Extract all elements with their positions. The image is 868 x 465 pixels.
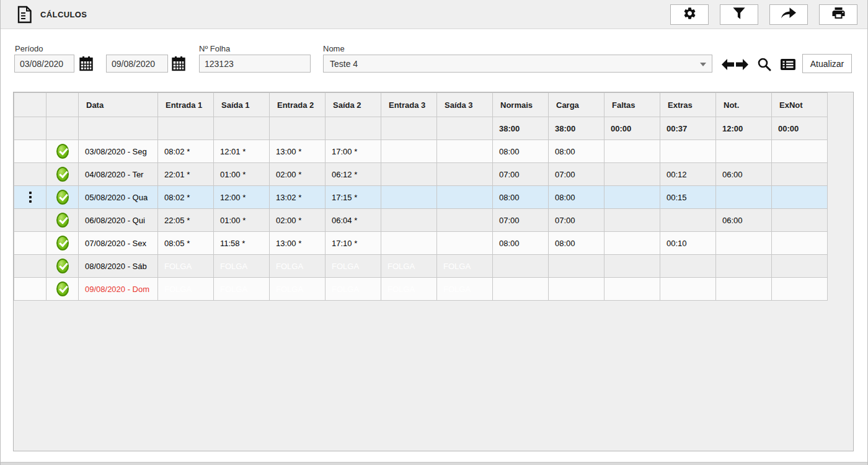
time-cell[interactable]: 06:04 * xyxy=(326,209,381,232)
date-from-input[interactable] xyxy=(14,55,74,73)
time-cell[interactable]: 02:00 * xyxy=(270,209,326,232)
time-cell[interactable]: 22:01 * xyxy=(158,163,214,186)
time-cell[interactable]: FOLGA xyxy=(158,255,214,278)
time-cell[interactable]: FOLGA xyxy=(270,278,326,301)
time-cell[interactable]: FOLGA xyxy=(381,255,437,278)
time-cell[interactable]: 17:00 * xyxy=(326,140,381,163)
calendar-from-icon[interactable] xyxy=(79,56,93,74)
time-cell[interactable]: 17:15 * xyxy=(326,186,381,209)
time-cell[interactable]: FOLGA xyxy=(437,278,493,301)
row-menu-cell[interactable] xyxy=(14,186,46,209)
time-cell[interactable]: 12:01 * xyxy=(214,140,270,163)
row-status-cell[interactable] xyxy=(46,255,79,278)
col-saida1: Saída 1 xyxy=(214,93,270,117)
col-extras: Extras xyxy=(660,93,716,117)
faltas-cell xyxy=(604,163,660,186)
date-cell[interactable]: 08/08/2020 - Sáb xyxy=(79,255,158,278)
col-normais: Normais xyxy=(493,93,549,117)
not-cell xyxy=(716,278,772,301)
time-cell[interactable]: 13:00 * xyxy=(270,140,326,163)
not-cell xyxy=(716,255,772,278)
normais-cell xyxy=(493,278,549,301)
time-cell[interactable] xyxy=(437,209,493,232)
nome-selected-value: Teste 4 xyxy=(330,59,358,69)
settings-button[interactable] xyxy=(670,4,709,25)
time-cell[interactable]: 11:58 * xyxy=(214,232,270,255)
prev-arrow-icon[interactable] xyxy=(722,58,734,71)
check-icon[interactable] xyxy=(56,144,69,159)
list-view-icon[interactable] xyxy=(780,58,796,71)
time-cell[interactable] xyxy=(437,140,493,163)
col-saida2: Saída 2 xyxy=(326,93,381,117)
gear-icon xyxy=(683,6,697,23)
date-cell[interactable]: 09/08/2020 - Dom xyxy=(79,278,158,301)
kebab-menu-icon[interactable] xyxy=(29,192,32,203)
date-to-input[interactable] xyxy=(106,55,168,73)
row-status-cell[interactable] xyxy=(46,163,79,186)
share-button[interactable] xyxy=(769,4,808,25)
row-status-cell[interactable] xyxy=(46,186,79,209)
normais-cell: 08:00 xyxy=(493,186,549,209)
time-cell[interactable] xyxy=(381,163,437,186)
time-cell[interactable]: 01:00 * xyxy=(214,209,270,232)
not-cell: 06:00 xyxy=(716,163,772,186)
time-cell[interactable] xyxy=(381,232,437,255)
date-cell[interactable]: 03/08/2020 - Seg xyxy=(79,140,158,163)
date-cell[interactable]: 07/08/2020 - Sex xyxy=(79,232,158,255)
time-cell[interactable]: 08:02 * xyxy=(158,186,214,209)
time-cell[interactable] xyxy=(381,140,437,163)
normais-cell: 07:00 xyxy=(493,209,549,232)
time-cell[interactable]: 13:02 * xyxy=(270,186,326,209)
print-button[interactable] xyxy=(819,4,857,25)
carga-cell: 08:00 xyxy=(549,186,604,209)
carga-cell xyxy=(549,255,604,278)
time-cell[interactable] xyxy=(381,186,437,209)
time-cell[interactable] xyxy=(437,186,493,209)
extras-cell: 00:12 xyxy=(660,163,716,186)
search-icon[interactable] xyxy=(757,57,771,71)
time-cell[interactable] xyxy=(437,232,493,255)
filter-button[interactable] xyxy=(720,4,758,25)
row-status-cell[interactable] xyxy=(46,140,79,163)
row-status-cell[interactable] xyxy=(46,278,79,301)
time-cell[interactable]: 08:02 * xyxy=(158,140,214,163)
row-status-cell[interactable] xyxy=(46,209,79,232)
date-cell[interactable]: 05/08/2020 - Qua xyxy=(79,186,158,209)
time-cell[interactable]: FOLGA xyxy=(158,278,214,301)
time-cell[interactable]: FOLGA xyxy=(214,278,270,301)
folha-input[interactable] xyxy=(199,55,311,73)
nome-select[interactable]: Teste 4 xyxy=(323,55,712,73)
time-cell[interactable] xyxy=(437,163,493,186)
check-icon[interactable] xyxy=(56,213,69,228)
time-cell[interactable]: 02:00 * xyxy=(270,163,326,186)
time-cell[interactable]: FOLGA xyxy=(326,278,381,301)
atualizar-button[interactable]: Atualizar xyxy=(802,54,852,73)
time-cell[interactable]: 17:10 * xyxy=(326,232,381,255)
time-cell[interactable]: FOLGA xyxy=(214,255,270,278)
time-cell[interactable]: 12:00 * xyxy=(214,186,270,209)
time-cell[interactable]: 22:05 * xyxy=(158,209,214,232)
time-cell[interactable]: FOLGA xyxy=(437,255,493,278)
time-cell[interactable]: 06:12 * xyxy=(326,163,381,186)
check-icon[interactable] xyxy=(56,236,69,250)
row-status-cell[interactable] xyxy=(46,232,79,255)
time-cell[interactable]: FOLGA xyxy=(381,278,437,301)
time-cell[interactable]: 08:05 * xyxy=(158,232,214,255)
time-cell[interactable]: FOLGA xyxy=(270,255,326,278)
date-cell[interactable]: 06/08/2020 - Qui xyxy=(79,209,158,232)
page-title: CÁLCULOS xyxy=(40,10,87,19)
col-exnot: ExNot xyxy=(772,93,828,117)
time-cell[interactable] xyxy=(381,209,437,232)
check-icon[interactable] xyxy=(56,281,69,296)
exnot-cell xyxy=(772,278,828,301)
time-cell[interactable]: FOLGA xyxy=(326,255,381,278)
time-cell[interactable]: 13:00 * xyxy=(270,232,326,255)
check-icon[interactable] xyxy=(56,167,69,182)
next-arrow-icon[interactable] xyxy=(736,58,748,71)
not-cell: 06:00 xyxy=(716,209,772,232)
check-icon[interactable] xyxy=(56,190,69,205)
check-icon[interactable] xyxy=(56,259,69,273)
time-cell[interactable]: 01:00 * xyxy=(214,163,270,186)
date-cell[interactable]: 04/08/2020 - Ter xyxy=(79,163,158,186)
calendar-to-icon[interactable] xyxy=(172,56,185,74)
